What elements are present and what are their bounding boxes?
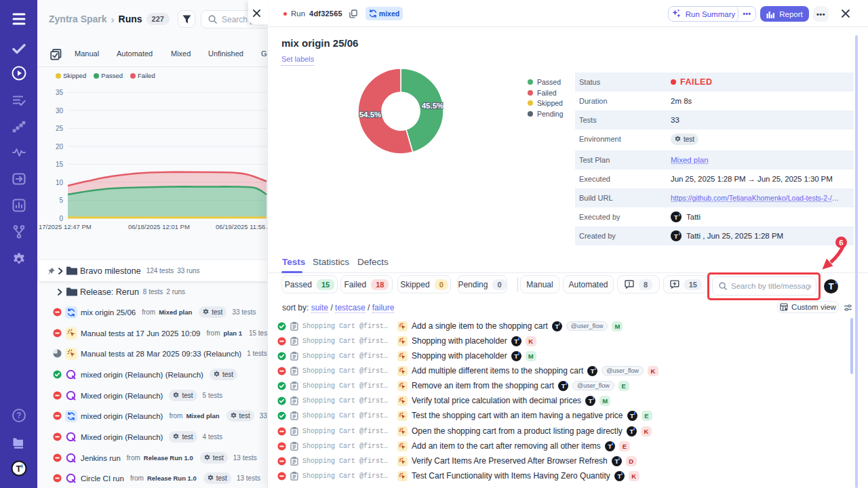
svg-text:10: 10 [56,179,64,186]
svg-text:30: 30 [56,107,64,115]
svg-text:54.5%: 54.5% [359,110,382,119]
svg-text:0: 0 [59,215,63,222]
svg-text:20: 20 [56,143,64,150]
svg-text:45.5%: 45.5% [422,102,443,110]
svg-text:?: ? [16,411,21,420]
svg-text:5: 5 [59,197,63,204]
svg-text:25: 25 [56,125,64,132]
svg-text:35: 35 [56,89,64,96]
svg-text:15: 15 [56,161,64,168]
